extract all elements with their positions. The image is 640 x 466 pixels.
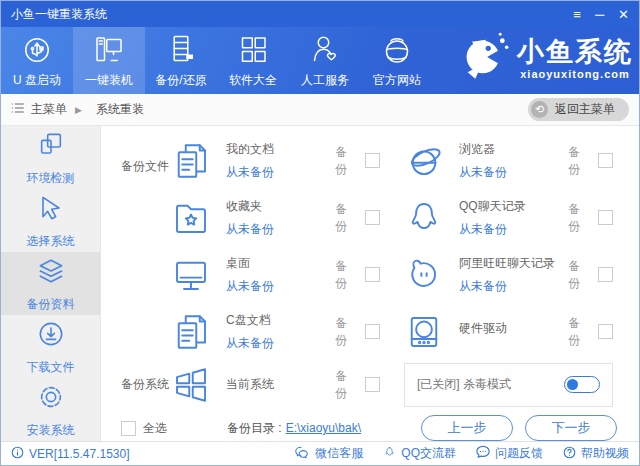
- wechat-support-link[interactable]: 微信客服: [295, 445, 363, 462]
- body: 环境检测 选择系统 备份资料 下载文件: [1, 126, 639, 441]
- backup-item-my-documents: 我的文档 从未备份 备份: [169, 132, 402, 189]
- next-step-button[interactable]: 下一步: [525, 415, 617, 441]
- documents-icon: [169, 310, 213, 354]
- backup-item-c-drive-docs: C盘文档 从未备份 备份: [169, 303, 402, 360]
- wangwang-bubble-icon: [402, 253, 446, 297]
- item-status: 从未备份: [459, 164, 568, 181]
- antivirus-toggle[interactable]: [564, 376, 600, 393]
- item-label: 当前系统: [226, 376, 335, 393]
- backup-checkbox-c-drive-docs[interactable]: [365, 324, 380, 339]
- bottom-controls: 全选 备份目录 : E:\xiaoyu\bak\ 上一步 下一步: [101, 411, 639, 445]
- nav-item-service[interactable]: 人工服务: [289, 27, 361, 94]
- backup-checkbox-hardware-drivers[interactable]: [598, 324, 613, 339]
- qq-icon: [402, 196, 446, 240]
- close-icon[interactable]: ✕: [618, 8, 629, 21]
- return-main-menu-button[interactable]: ⟲ 返回主菜单: [528, 98, 629, 121]
- apps-grid-icon: [235, 32, 271, 68]
- brand-logo[interactable]: 小鱼系统 xiaoyuxitong.com: [459, 31, 633, 87]
- feedback-link[interactable]: 问题反馈: [476, 445, 543, 462]
- backup-checkbox-wangwang-history[interactable]: [598, 267, 613, 282]
- file-row: 我的文档 从未备份 备份 浏览器: [169, 132, 639, 189]
- wechat-icon: [295, 446, 310, 462]
- item-status: 从未备份: [459, 221, 568, 238]
- nav-item-usb-boot[interactable]: U 盘启动: [1, 27, 73, 94]
- backup-label: 备份: [335, 258, 358, 292]
- window-controls: ≡ ─ ✕: [573, 8, 629, 21]
- nav-label: 软件大全: [229, 72, 277, 89]
- section-label-system: 备份系统: [121, 376, 169, 393]
- monitor-icon: [169, 253, 213, 297]
- item-status: 从未备份: [226, 164, 335, 181]
- select-all: 全选: [121, 420, 167, 437]
- help-circle-icon: [563, 446, 576, 462]
- backup-checkbox-favorites[interactable]: [365, 210, 380, 225]
- qq-group-link[interactable]: QQ交流群: [383, 445, 456, 462]
- browser-icon: [402, 139, 446, 183]
- back-arrow-icon: ⟲: [531, 101, 548, 118]
- backup-label: 备份: [568, 315, 591, 349]
- backup-checkbox-current-system[interactable]: [365, 377, 380, 392]
- backup-label: 备份: [335, 368, 358, 402]
- nav-label: U 盘启动: [13, 72, 61, 89]
- nav-item-one-key-install[interactable]: 一键装机: [73, 27, 145, 94]
- usb-icon: [19, 32, 55, 68]
- globe-icon: [379, 32, 415, 68]
- select-all-checkbox[interactable]: [121, 421, 136, 436]
- version-text: VER[11.5.47.1530]: [29, 447, 130, 461]
- select-all-label: 全选: [143, 420, 167, 437]
- brand-text: 小鱼系统 xiaoyuxitong.com: [517, 39, 633, 80]
- backup-item-desktop: 桌面 从未备份 备份: [169, 246, 402, 303]
- file-row: 收藏夹 从未备份 备份 QQ聊天记录: [169, 189, 639, 246]
- backup-label: 备份: [568, 258, 591, 292]
- windows-overlap-icon: [35, 129, 67, 165]
- toggle-knob: [567, 379, 578, 390]
- version-info: VER[11.5.47.1530]: [11, 446, 130, 462]
- layers-icon: [35, 255, 67, 291]
- item-label: C盘文档: [226, 312, 335, 329]
- backup-item-qq-history: QQ聊天记录 从未备份 备份: [402, 189, 639, 246]
- backup-directory-link[interactable]: E:\xiaoyu\bak\: [286, 421, 361, 435]
- minimize-icon[interactable]: ─: [595, 8, 604, 21]
- folder-star-icon: [169, 196, 213, 240]
- window-title: 小鱼一键重装系统: [11, 6, 107, 23]
- item-status: 从未备份: [226, 278, 335, 295]
- backup-checkbox-desktop[interactable]: [365, 267, 380, 282]
- main-content: 备份文件 我的文档 从未备份 备份: [101, 126, 639, 441]
- nav-item-backup-restore[interactable]: 备份/还原: [145, 27, 217, 94]
- previous-step-button[interactable]: 上一步: [421, 415, 513, 441]
- nav-item-software[interactable]: 软件大全: [217, 27, 289, 94]
- backup-item-favorites: 收藏夹 从未备份 备份: [169, 189, 402, 246]
- antivirus-mode-box: [已关闭] 杀毒模式: [404, 363, 613, 407]
- app-window: 小鱼一键重装系统 ≡ ─ ✕ U 盘启动 一键装机 备份/还原: [0, 0, 640, 466]
- download-icon: [35, 318, 67, 354]
- menu-list-icon: [11, 101, 25, 119]
- backup-label: 备份: [335, 315, 358, 349]
- server-icon: [163, 32, 199, 68]
- breadcrumb-home[interactable]: 主菜单: [31, 101, 67, 118]
- item-status: 从未备份: [459, 278, 568, 295]
- help-video-link[interactable]: 帮助视频: [563, 445, 629, 462]
- breadcrumb-current: 系统重装: [96, 101, 144, 118]
- sidebar-item-install-system[interactable]: 安装系统: [1, 378, 100, 441]
- qq-icon: [383, 445, 396, 462]
- sidebar-item-select-system[interactable]: 选择系统: [1, 189, 100, 252]
- brand-url: xiaoyuxitong.com: [520, 69, 630, 80]
- item-label: 我的文档: [226, 141, 335, 158]
- sidebar-item-backup-data[interactable]: 备份资料: [1, 252, 100, 315]
- antivirus-mode-label: [已关闭] 杀毒模式: [417, 376, 511, 393]
- cursor-icon: [35, 192, 67, 228]
- sidebar-item-download-files[interactable]: 下载文件: [1, 315, 100, 378]
- item-status: 从未备份: [226, 221, 335, 238]
- backup-files-section: 备份文件 我的文档 从未备份 备份: [101, 132, 639, 360]
- backup-directory: 备份目录 : E:\xiaoyu\bak\: [227, 420, 361, 437]
- menu-icon[interactable]: ≡: [573, 8, 581, 21]
- backup-directory-label: 备份目录 :: [227, 420, 282, 437]
- backup-checkbox-my-documents[interactable]: [365, 153, 380, 168]
- backup-checkbox-browser[interactable]: [598, 153, 613, 168]
- nav-label: 一键装机: [85, 72, 133, 89]
- info-icon: [11, 446, 24, 462]
- nav-item-website[interactable]: 官方网站: [361, 27, 433, 94]
- backup-checkbox-qq-history[interactable]: [598, 210, 613, 225]
- breadcrumb-arrow-icon: ▶: [75, 105, 82, 115]
- sidebar-item-env-check[interactable]: 环境检测: [1, 126, 100, 189]
